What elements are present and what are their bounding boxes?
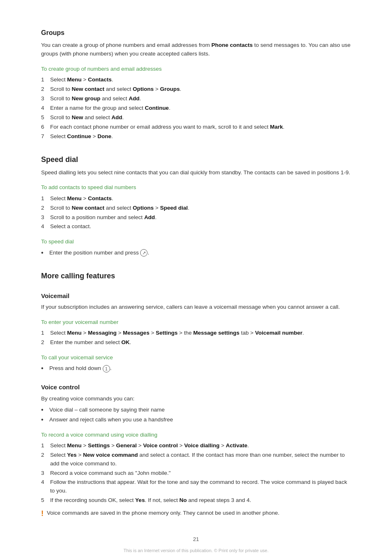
list-item: 7 Select Continue > Done. bbox=[41, 132, 351, 141]
voicemail-title: Voicemail bbox=[41, 291, 351, 301]
list-item: 3 Scroll to a position number and select… bbox=[41, 213, 351, 222]
speed-dial-section: Speed dial Speed dialling lets you selec… bbox=[41, 154, 351, 257]
groups-subsection1-title: To create group of numbers and email add… bbox=[41, 65, 351, 73]
notice-row: ! Voice commands are saved in the phone … bbox=[41, 509, 351, 518]
speed-dial-description: Speed dialling lets you select nine cont… bbox=[41, 169, 351, 177]
more-calling-title: More calling features bbox=[41, 271, 351, 282]
list-item: 2 Select Yes > New voice command and sel… bbox=[41, 451, 351, 468]
voice-control-description: By creating voice commands you can: bbox=[41, 395, 351, 403]
list-item: 1 Select Menu > Messaging > Messages > S… bbox=[41, 329, 351, 338]
voicemail-bullet-list: • Press and hold down 1. bbox=[41, 364, 351, 373]
list-item: 4 Select a contact. bbox=[41, 222, 351, 231]
list-item: 5 Scroll to New and select Add. bbox=[41, 113, 351, 122]
list-item: 5 If the recording sounds OK, select Yes… bbox=[41, 496, 351, 505]
speed-dial-subsection2-title: To speed dial bbox=[41, 238, 351, 246]
list-item: 1 Select Menu > Settings > General > Voi… bbox=[41, 442, 351, 450]
groups-section: Groups You can create a group of phone n… bbox=[41, 28, 351, 141]
footer-text: This is an Internet version of this publ… bbox=[41, 547, 351, 554]
voicemail-subsection1-title: To enter your voicemail number bbox=[41, 318, 351, 326]
call-icon: ↗ bbox=[140, 249, 148, 257]
list-item: 6 For each contact phone number or email… bbox=[41, 123, 351, 132]
groups-title: Groups bbox=[41, 28, 351, 38]
speed-dial-subsection1-title: To add contacts to speed dial numbers bbox=[41, 183, 351, 192]
voice-control-bullets: • Voice dial – call someone by saying th… bbox=[41, 406, 351, 424]
more-calling-section: More calling features Voicemail If your … bbox=[41, 271, 351, 519]
list-item: 1 Select Menu > Contacts. bbox=[41, 194, 351, 203]
list-item: 1 Select Menu > Contacts. bbox=[41, 76, 351, 84]
voice-control-subsection1-title: To record a voice command using voice di… bbox=[41, 431, 351, 439]
voicemail-steps1-list: 1 Select Menu > Messaging > Messages > S… bbox=[41, 329, 351, 347]
voice-control-section: Voice control By creating voice commands… bbox=[41, 383, 351, 518]
voicemail-subsection2-title: To call your voicemail service bbox=[41, 354, 351, 362]
list-item: • Enter the position number and press ↗. bbox=[41, 249, 351, 257]
one-key-icon: 1 bbox=[103, 365, 110, 372]
voice-control-steps1-list: 1 Select Menu > Settings > General > Voi… bbox=[41, 442, 351, 505]
page-number: 21 bbox=[41, 535, 351, 543]
groups-description: You can create a group of phone numbers … bbox=[41, 41, 351, 58]
list-item: 2 Scroll to New contact and select Optio… bbox=[41, 204, 351, 213]
list-item: 4 Enter a name for the group and select … bbox=[41, 104, 351, 113]
list-item: • Press and hold down 1. bbox=[41, 364, 351, 373]
list-item: 2 Enter the number and select OK. bbox=[41, 338, 351, 347]
groups-steps-list: 1 Select Menu > Contacts. 2 Scroll to Ne… bbox=[41, 76, 351, 141]
list-item: 3 Record a voice command such as "John m… bbox=[41, 469, 351, 478]
notice-text: Voice commands are saved in the phone me… bbox=[47, 509, 279, 518]
list-item: • Voice dial – call someone by saying th… bbox=[41, 406, 351, 414]
speed-dial-bullet-list: • Enter the position number and press ↗. bbox=[41, 249, 351, 257]
voicemail-section: Voicemail If your subscription includes … bbox=[41, 291, 351, 373]
notice-icon: ! bbox=[41, 509, 44, 518]
list-item: 2 Scroll to New contact and select Optio… bbox=[41, 85, 351, 94]
list-item: • Answer and reject calls when you use a… bbox=[41, 416, 351, 424]
list-item: 3 Scroll to New group and select Add. bbox=[41, 95, 351, 103]
speed-dial-title: Speed dial bbox=[41, 154, 351, 165]
list-item: 4 Follow the instructions that appear. W… bbox=[41, 478, 351, 495]
speed-dial-steps1-list: 1 Select Menu > Contacts. 2 Scroll to Ne… bbox=[41, 194, 351, 231]
voicemail-description: If your subscription includes an answeri… bbox=[41, 303, 351, 312]
voice-control-title: Voice control bbox=[41, 383, 351, 392]
